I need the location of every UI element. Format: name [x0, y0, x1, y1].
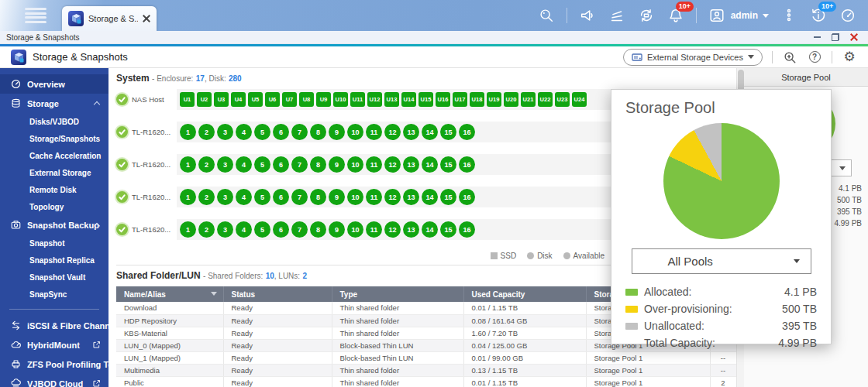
info-update-icon[interactable]: 10+ [809, 6, 828, 25]
disk-slot-tl-r1620-2[interactable]: 2 [198, 189, 215, 205]
luns-count-link[interactable]: 2 [302, 272, 307, 280]
disk-slot-tl-r1620-5[interactable]: 5 [254, 124, 270, 140]
bell-icon[interactable]: 10+ [666, 6, 685, 25]
disk-slot-nas-host-U1[interactable]: U1 [180, 92, 195, 107]
disk-slot-tl-r1620-8[interactable]: 8 [310, 189, 326, 205]
disk-slot-tl-r1620-4[interactable]: 4 [236, 189, 252, 205]
sidebar-item-iscsi-fibre-channel[interactable]: iSCSI & Fibre Channel [0, 316, 108, 335]
disk-slot-tl-r1620-7[interactable]: 7 [291, 124, 308, 140]
sidebar-item-external-storage[interactable]: External Storage [0, 164, 108, 181]
column-header-name-alias[interactable]: Name/Alias [116, 286, 223, 302]
disk-slot-tl-r1620-8[interactable]: 8 [310, 156, 326, 173]
disk-slot-tl-r1620-8[interactable]: 8 [310, 221, 326, 238]
disk-slot-tl-r1620-7[interactable]: 7 [291, 221, 308, 238]
disk-slot-nas-host-U22[interactable]: U22 [538, 92, 553, 107]
sync-icon[interactable] [637, 6, 656, 25]
main-menu-icon[interactable] [25, 8, 46, 23]
disk-slot-tl-r1620-1[interactable]: 1 [180, 156, 196, 173]
tab-close-icon[interactable] [143, 15, 150, 22]
shared-folders-count-link[interactable]: 10 [266, 272, 274, 280]
disk-slot-tl-r1620-7[interactable]: 7 [291, 189, 308, 205]
disk-slot-nas-host-U9[interactable]: U9 [316, 92, 331, 107]
minimize-icon[interactable] [812, 33, 822, 42]
disk-slot-tl-r1620-12[interactable]: 12 [384, 156, 401, 173]
sidebar-item-vjbod-cloud[interactable]: VJBOD Cloud [0, 374, 108, 387]
stack-icon[interactable] [608, 6, 626, 25]
sidebar-item-snapsync[interactable]: SnapSync [0, 286, 108, 303]
disk-slot-tl-r1620-6[interactable]: 6 [273, 189, 289, 205]
disk-slot-tl-r1620-3[interactable]: 3 [217, 221, 233, 238]
disk-slot-tl-r1620-2[interactable]: 2 [198, 156, 215, 173]
disk-slot-tl-r1620-14[interactable]: 14 [422, 189, 438, 205]
disk-slot-tl-r1620-12[interactable]: 12 [384, 221, 401, 238]
disk-slot-tl-r1620-11[interactable]: 11 [366, 156, 382, 173]
disk-slot-nas-host-U14[interactable]: U14 [401, 92, 416, 107]
table-row-multimedia[interactable]: MultimediaReadyThin shared folder0.13 / … [116, 364, 736, 376]
disk-slot-nas-host-U21[interactable]: U21 [521, 92, 536, 107]
disk-slot-nas-host-U13[interactable]: U13 [384, 92, 399, 107]
disk-slot-tl-r1620-3[interactable]: 3 [217, 156, 233, 173]
disk-slot-nas-host-U8[interactable]: U8 [299, 92, 314, 107]
sidebar-item-hybridmount[interactable]: HybridMount [0, 335, 108, 354]
sidebar-item-zfs-pool-profiling-tool[interactable]: ZFS Pool Profiling Tool [0, 354, 108, 374]
disk-slot-nas-host-U23[interactable]: U23 [555, 92, 570, 107]
disk-slot-nas-host-U2[interactable]: U2 [197, 92, 212, 107]
sidebar-item-disks-vjbod[interactable]: Disks/VJBOD [0, 113, 108, 130]
disk-slot-tl-r1620-5[interactable]: 5 [254, 189, 270, 205]
disk-slot-tl-r1620-14[interactable]: 14 [422, 124, 438, 140]
search-wand-icon[interactable] [782, 50, 797, 65]
disk-slot-tl-r1620-10[interactable]: 10 [347, 221, 363, 238]
gear-icon[interactable]: ⚙ [842, 50, 857, 65]
disk-slot-tl-r1620-10[interactable]: 10 [347, 189, 363, 205]
sidebar-item-topology[interactable]: Topology [0, 198, 108, 215]
disk-slot-tl-r1620-14[interactable]: 14 [422, 156, 438, 173]
disk-slot-tl-r1620-11[interactable]: 11 [366, 124, 382, 140]
disk-slot-tl-r1620-2[interactable]: 2 [198, 221, 215, 238]
disk-slot-tl-r1620-8[interactable]: 8 [310, 124, 326, 140]
disk-slot-tl-r1620-9[interactable]: 9 [329, 124, 345, 140]
disk-slot-tl-r1620-4[interactable]: 4 [236, 221, 252, 238]
sidebar-item-snapshot-vault[interactable]: Snapshot Vault [0, 269, 108, 286]
disk-slot-tl-r1620-16[interactable]: 16 [459, 189, 475, 205]
disk-slot-tl-r1620-15[interactable]: 15 [440, 189, 456, 205]
disk-slot-tl-r1620-1[interactable]: 1 [180, 124, 196, 140]
disk-slot-tl-r1620-13[interactable]: 13 [403, 189, 419, 205]
disk-slot-tl-r1620-4[interactable]: 4 [236, 156, 252, 173]
disk-slot-tl-r1620-1[interactable]: 1 [180, 221, 196, 238]
close-icon[interactable] [849, 33, 859, 42]
disk-slot-tl-r1620-5[interactable]: 5 [254, 156, 270, 173]
disk-slot-nas-host-U3[interactable]: U3 [214, 92, 229, 107]
sidebar-item-snapshot[interactable]: Snapshot [0, 235, 108, 252]
disk-slot-nas-host-U17[interactable]: U17 [453, 92, 467, 107]
disk-slot-tl-r1620-10[interactable]: 10 [347, 124, 363, 140]
restore-icon[interactable] [831, 33, 840, 42]
disk-slot-nas-host-U5[interactable]: U5 [248, 92, 263, 107]
disk-slot-tl-r1620-6[interactable]: 6 [273, 221, 289, 238]
disk-slot-nas-host-U15[interactable]: U15 [418, 92, 433, 107]
disk-slot-tl-r1620-14[interactable]: 14 [422, 221, 438, 238]
disk-slot-tl-r1620-13[interactable]: 13 [403, 124, 419, 140]
external-storage-devices-button[interactable]: External Storage Devices [623, 49, 763, 66]
disk-slot-tl-r1620-6[interactable]: 6 [273, 156, 289, 173]
megaphone-icon[interactable] [578, 6, 597, 25]
disk-slot-tl-r1620-3[interactable]: 3 [217, 124, 233, 140]
disk-slot-nas-host-U7[interactable]: U7 [282, 92, 297, 107]
disk-slot-nas-host-U18[interactable]: U18 [470, 92, 484, 107]
disk-slot-tl-r1620-5[interactable]: 5 [254, 221, 270, 238]
disk-slot-tl-r1620-13[interactable]: 13 [403, 221, 419, 238]
disk-slot-tl-r1620-9[interactable]: 9 [329, 189, 345, 205]
user-menu[interactable]: admin [708, 6, 769, 25]
column-header-type[interactable]: Type [332, 286, 463, 302]
disk-slot-tl-r1620-13[interactable]: 13 [403, 156, 419, 173]
disk-slot-nas-host-U16[interactable]: U16 [436, 92, 450, 107]
disk-slot-tl-r1620-9[interactable]: 9 [329, 221, 345, 238]
disk-slot-tl-r1620-10[interactable]: 10 [347, 156, 363, 173]
disk-slot-tl-r1620-11[interactable]: 11 [366, 221, 382, 238]
disk-slot-tl-r1620-7[interactable]: 7 [291, 156, 308, 173]
resource-monitor-icon[interactable] [839, 6, 857, 25]
disk-slot-tl-r1620-15[interactable]: 15 [440, 156, 456, 173]
disk-slot-tl-r1620-2[interactable]: 2 [198, 124, 215, 140]
disk-slot-tl-r1620-16[interactable]: 16 [459, 124, 475, 140]
sidebar-item-remote-disk[interactable]: Remote Disk [0, 181, 108, 198]
disk-slot-tl-r1620-15[interactable]: 15 [440, 221, 456, 238]
